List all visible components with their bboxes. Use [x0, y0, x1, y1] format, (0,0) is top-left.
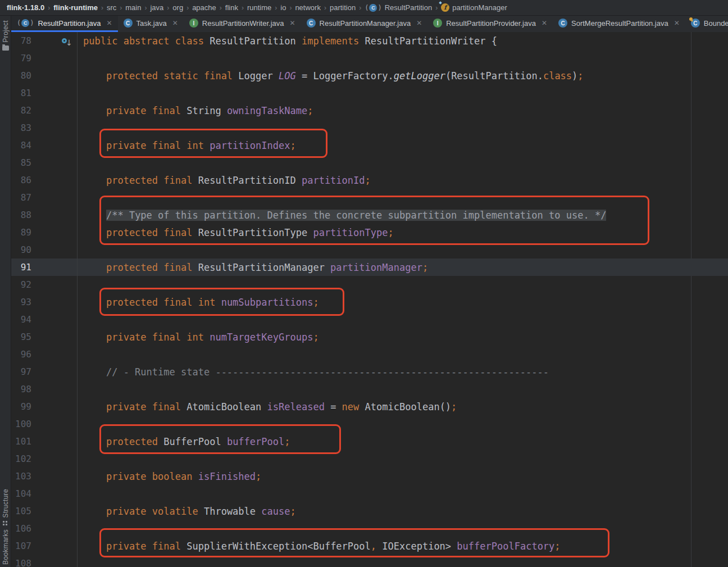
tab-close-icon[interactable]: ✕: [106, 19, 112, 27]
code-text: [77, 520, 728, 537]
breadcrumb-item-src[interactable]: src: [107, 3, 116, 12]
code-line-88[interactable]: 88 /** Type of this partition. Defines t…: [11, 206, 728, 224]
code-line-78[interactable]: 78↓public abstract class ResultPartition…: [11, 32, 728, 49]
tool-window-button-project[interactable]: Project: [2, 20, 10, 51]
tab-ResultPartitionProvider.java[interactable]: IResultPartitionProvider.java✕: [427, 16, 553, 32]
breadcrumb-item-flink[interactable]: flink: [225, 3, 238, 12]
code-line-97[interactable]: 97 // - Runtime state ------------------…: [11, 363, 728, 380]
line-number: 80: [11, 70, 31, 81]
tool-window-label: Structure: [2, 489, 10, 518]
abstract-class-icon: (C): [17, 19, 34, 27]
code-line-106[interactable]: 106: [11, 520, 728, 537]
code-line-80[interactable]: 80 protected static final Logger LOG = L…: [11, 67, 728, 84]
tab-ResultPartition.java[interactable]: (C)ResultPartition.java✕: [11, 16, 118, 32]
breadcrumb-item-network[interactable]: network: [295, 3, 321, 12]
breadcrumb-item-org[interactable]: org: [172, 3, 183, 12]
breadcrumb-item-io[interactable]: io: [280, 3, 286, 12]
breadcrumb-item-apache[interactable]: apache: [192, 3, 216, 12]
code-token: ;: [307, 105, 313, 116]
code-line-96[interactable]: 96: [11, 346, 728, 363]
code-line-93[interactable]: 93 protected final int numSubpartitions;: [11, 293, 728, 311]
code-line-95[interactable]: 95 private final int numTargetKeyGroups;: [11, 328, 728, 346]
code-line-92[interactable]: 92: [11, 276, 728, 293]
breadcrumb-item-flink-runtime[interactable]: flink-runtime: [53, 3, 98, 12]
line-number: 90: [11, 244, 31, 255]
code-line-108[interactable]: 108: [11, 555, 728, 567]
code-line-103[interactable]: 103 private boolean isFinished;: [11, 468, 728, 485]
code-line-90[interactable]: 90: [11, 241, 728, 258]
code-token: String: [186, 105, 227, 116]
tab-SortMergeResultPartition.java[interactable]: CSortMergeResultPartition.java✕: [553, 16, 685, 32]
code-line-82[interactable]: 82 private final String owningTaskName;: [11, 102, 728, 119]
tab-close-icon[interactable]: ✕: [290, 19, 295, 27]
code-line-86[interactable]: 86 protected final ResultPartitionID par…: [11, 171, 728, 189]
tool-window-button-structure[interactable]: Structure: [2, 489, 10, 526]
code-line-107[interactable]: 107 private final SupplierWithException<…: [11, 537, 728, 555]
code-line-91[interactable]: 91 protected final ResultPartitionManage…: [11, 258, 728, 276]
tool-window-label: Bookmarks: [2, 529, 10, 565]
code-line-104[interactable]: 104: [11, 485, 728, 502]
code-line-98[interactable]: 98: [11, 380, 728, 398]
code-token: (): [440, 401, 451, 412]
code-token: protected final: [83, 175, 198, 186]
tool-window-button-bookmarks[interactable]: Bookmarks: [2, 529, 10, 565]
breadcrumb-separator: ›: [186, 4, 189, 12]
gutter: [31, 380, 77, 398]
implemented-marker-icon[interactable]: ↓: [62, 37, 72, 46]
tab-Task.java[interactable]: CTask.java✕: [118, 16, 184, 32]
line-number: 84: [11, 140, 31, 151]
code-line-83[interactable]: 83: [11, 119, 728, 137]
code-line-94[interactable]: 94: [11, 311, 728, 328]
code-token: new: [342, 401, 365, 412]
code-line-84[interactable]: 84 private final int partitionIndex;: [11, 137, 728, 154]
tab-ResultPartitionManager.java[interactable]: CResultPartitionManager.java✕: [301, 16, 428, 32]
breadcrumb-item-flink-1.18.0[interactable]: flink-1.18.0: [7, 3, 44, 12]
code-line-105[interactable]: 105 private volatile Throwable cause;: [11, 502, 728, 520]
code-token: .: [388, 70, 394, 81]
code-token: {: [492, 35, 497, 47]
gutter: [31, 154, 77, 171]
gutter: [31, 224, 77, 241]
code-line-101[interactable]: 101 protected BufferPool bufferPool;: [11, 433, 728, 450]
breadcrumb-label: apache: [192, 3, 216, 12]
code-token: ;: [313, 332, 319, 343]
code-line-89[interactable]: 89 protected final ResultPartitionType p…: [11, 224, 728, 241]
breadcrumb-separator: ›: [324, 4, 326, 12]
code-token: (: [445, 70, 451, 81]
breadcrumb-item-runtime[interactable]: runtime: [247, 3, 271, 12]
code-token: numSubpartitions: [221, 297, 313, 308]
line-number: 85: [11, 157, 31, 168]
tab-close-icon[interactable]: ✕: [674, 19, 680, 27]
code-token: class: [543, 70, 572, 81]
gutter: [31, 49, 77, 67]
code-line-99[interactable]: 99 private final AtomicBoolean isRelease…: [11, 398, 728, 415]
code-token: private final: [83, 401, 186, 412]
tab-BoundedBlockingSubpartition.java[interactable]: CBoundedBlockingSubpartition.java✕: [685, 16, 728, 32]
code-line-87[interactable]: 87: [11, 189, 728, 206]
code-text: [77, 241, 728, 258]
code-token: protected: [83, 436, 163, 447]
tab-close-icon[interactable]: ✕: [416, 19, 422, 27]
breadcrumb-item-partitionManager[interactable]: fpartitionManager: [441, 3, 507, 12]
breadcrumb-item-main[interactable]: main: [125, 3, 141, 12]
breadcrumb-label: src: [107, 3, 116, 12]
code-token: LOG: [279, 70, 296, 81]
breadcrumb-item-java[interactable]: java: [150, 3, 163, 12]
code-line-79[interactable]: 79: [11, 49, 728, 67]
tab-close-icon[interactable]: ✕: [542, 19, 547, 27]
breadcrumb-item-ResultPartition[interactable]: (C)ResultPartition: [365, 3, 432, 12]
line-number: 104: [11, 488, 31, 499]
code-line-85[interactable]: 85: [11, 154, 728, 171]
code-text: [77, 555, 728, 567]
tab-ResultPartitionWriter.java[interactable]: IResultPartitionWriter.java✕: [184, 16, 301, 32]
code-token: [83, 210, 106, 221]
code-editor[interactable]: 78↓public abstract class ResultPartition…: [11, 32, 728, 567]
down-arrow-icon: ↓: [66, 38, 72, 47]
breadcrumb-label: network: [295, 3, 321, 12]
breadcrumb-item-partition[interactable]: partition: [330, 3, 356, 12]
line-number: 107: [11, 541, 31, 551]
code-line-102[interactable]: 102: [11, 450, 728, 468]
code-line-81[interactable]: 81: [11, 84, 728, 102]
tab-close-icon[interactable]: ✕: [172, 19, 178, 27]
code-line-100[interactable]: 100: [11, 415, 728, 433]
